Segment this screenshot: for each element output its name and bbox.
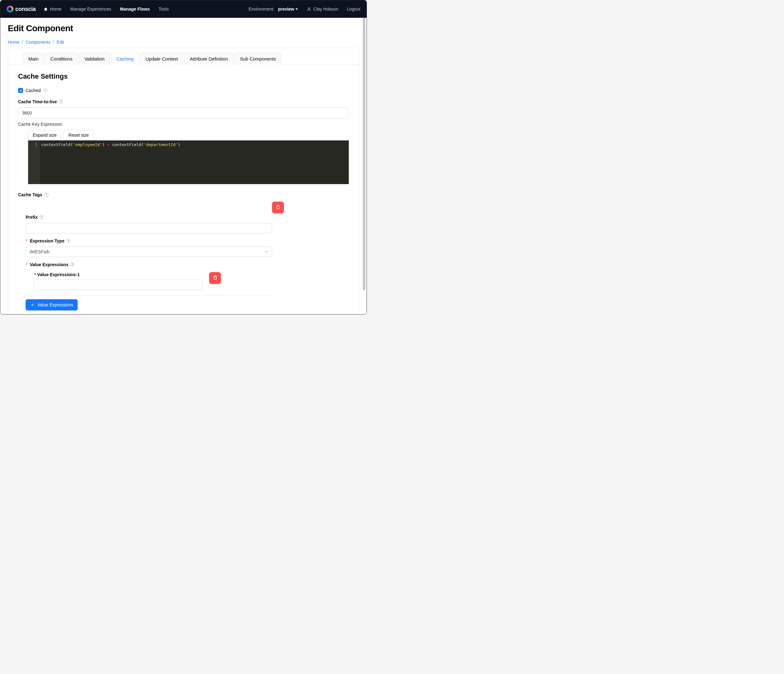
nav-home-label: Home <box>50 6 61 12</box>
vertical-scrollbar[interactable] <box>362 18 366 314</box>
help-icon[interactable]: ? <box>66 239 70 243</box>
section-title: Cache Settings <box>18 72 349 81</box>
help-icon[interactable]: ? <box>59 100 63 104</box>
brand-logo[interactable]: conscia <box>6 6 36 12</box>
content-panel: Main Conditions Validation Caching Updat… <box>8 48 359 314</box>
reset-size-button[interactable]: Reset size <box>64 130 93 140</box>
nav-tools[interactable]: Tools <box>159 6 169 12</box>
trash-icon <box>212 275 218 281</box>
environment-value: preview <box>278 6 294 12</box>
logo-icon <box>6 6 13 12</box>
page-body: Edit Component Home / Components / Edit … <box>0 18 367 314</box>
expression-type-label: * Expression Type ? <box>26 238 272 243</box>
cached-label: Cached <box>26 88 40 93</box>
caret-down-icon <box>296 8 298 10</box>
breadcrumb-components[interactable]: Components <box>26 40 50 45</box>
prefix-input[interactable] <box>26 223 272 233</box>
tab-bar: Main Conditions Validation Caching Updat… <box>8 48 359 65</box>
top-navbar: conscia Home Manage Experiences Manage F… <box>0 0 367 18</box>
nav-right: Environment: preview Clay Hobson Logout <box>249 6 360 12</box>
page-title: Edit Component <box>8 23 359 33</box>
cached-field: Cached ? <box>18 88 349 93</box>
value-expression-input[interactable] <box>34 280 203 290</box>
separator <box>26 295 272 296</box>
cache-tags-section: Cache Tags ? <box>18 192 349 310</box>
primary-nav: Home Manage Experiences Manage Flows Too… <box>44 6 169 12</box>
expand-size-button[interactable]: Expand size <box>28 130 61 140</box>
nav-manage-flows[interactable]: Manage Flows <box>120 6 150 12</box>
user-icon <box>306 7 311 12</box>
tab-conditions[interactable]: Conditions <box>45 53 78 65</box>
plus-icon: ＋ <box>30 302 35 307</box>
code-gutter: 1 <box>28 140 40 184</box>
code-toolbar: Expand size Reset size <box>28 130 349 140</box>
code-editor[interactable]: 1 contextField('employeeId') + contextFi… <box>28 140 349 184</box>
nav-manage-experiences[interactable]: Manage Experiences <box>70 6 111 12</box>
code-line: contextField('employeeId') + contextFiel… <box>40 140 183 184</box>
tab-content-caching: Cache Settings Cached ? Cache Time-to-li… <box>8 65 359 314</box>
logout-link[interactable]: Logout <box>347 6 360 12</box>
tab-sub-components[interactable]: Sub Components <box>235 53 282 65</box>
brand-name: conscia <box>15 6 36 12</box>
nav-home[interactable]: Home <box>44 6 61 12</box>
user-name: Clay Hobson <box>313 6 338 12</box>
help-icon[interactable]: ? <box>44 193 49 197</box>
value-expressions-label: * Value Expressions ? <box>26 262 272 267</box>
cache-tags-label: Cache Tags ? <box>18 192 349 197</box>
scrollbar-thumb[interactable] <box>363 18 366 291</box>
environment-selector[interactable]: Environment: preview <box>249 6 298 12</box>
home-icon <box>44 7 48 12</box>
cache-tag-item: Prefix ? * Expression Type ? JMESPath <box>18 202 349 310</box>
prefix-label: Prefix ? <box>26 215 272 219</box>
cache-key-expression-label: Cache Key Expression <box>18 122 349 127</box>
tab-caching[interactable]: Caching <box>111 53 139 65</box>
user-menu[interactable]: Clay Hobson <box>306 6 338 12</box>
tab-attribute-definition[interactable]: Attribute Definition <box>184 53 233 65</box>
cached-checkbox[interactable] <box>18 88 23 93</box>
help-icon[interactable]: ? <box>70 262 75 267</box>
breadcrumb-home[interactable]: Home <box>8 40 19 45</box>
breadcrumb: Home / Components / Edit <box>8 40 359 45</box>
trash-icon <box>275 204 281 211</box>
breadcrumb-sep: / <box>53 40 54 45</box>
breadcrumb-edit[interactable]: Edit <box>57 40 64 45</box>
tab-main[interactable]: Main <box>23 53 44 65</box>
environment-label: Environment: <box>249 6 274 12</box>
svg-point-0 <box>308 8 310 9</box>
tab-update-context[interactable]: Update Context <box>140 53 183 65</box>
add-value-expression-button[interactable]: ＋ Value Expressions <box>26 299 78 310</box>
expression-type-select[interactable]: JMESPath <box>26 246 272 257</box>
help-icon[interactable]: ? <box>40 215 44 219</box>
delete-value-expression-button[interactable] <box>209 272 221 284</box>
ttl-input[interactable] <box>18 107 349 118</box>
value-expression-item-label: * Value Expressions-1 <box>34 272 203 277</box>
expression-type-value: JMESPath <box>29 249 50 254</box>
tab-validation[interactable]: Validation <box>79 53 110 65</box>
delete-tag-button[interactable] <box>272 202 284 213</box>
help-icon[interactable]: ? <box>43 88 47 93</box>
ttl-label: Cache Time-to-live ? <box>18 99 349 104</box>
breadcrumb-sep: / <box>22 40 23 45</box>
